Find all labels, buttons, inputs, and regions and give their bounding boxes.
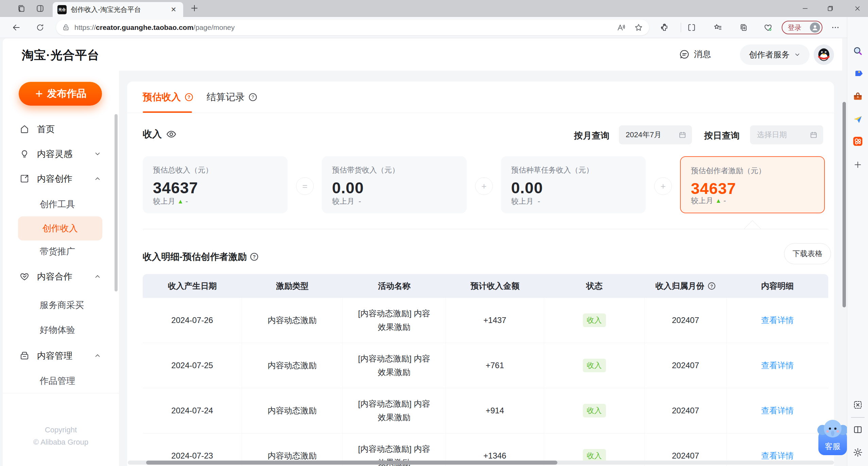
sidebar-divider (3, 393, 119, 393)
refresh-icon[interactable] (33, 21, 47, 34)
help-icon[interactable]: ? (707, 282, 716, 290)
sidebar-item-content-management[interactable]: 内容管理 (3, 346, 119, 365)
tab-settlement-records[interactable]: 结算记录 ? (207, 82, 258, 113)
day-filter-input[interactable]: 选择日期 (750, 125, 823, 144)
login-label: 登录 (788, 23, 801, 32)
sidebar-tools-icon[interactable] (851, 90, 865, 104)
tab-estimated-income[interactable]: 预估收入 ? (143, 82, 194, 113)
status-badge: 收入 (583, 313, 606, 327)
browser-titlebar: 光合 创作收入-淘宝光合平台 ✕ (0, 0, 868, 17)
tab-close-icon[interactable]: ✕ (169, 5, 178, 14)
sidebar-item-promotion[interactable]: 带货推广 (40, 242, 75, 261)
chevron-down-icon (794, 51, 801, 58)
calendar-icon (810, 131, 818, 139)
calendar-icon (678, 131, 687, 139)
sidebar-screenshot-icon[interactable] (851, 398, 865, 412)
favorite-star-icon[interactable] (634, 23, 643, 32)
customer-service-float[interactable]: 客服 (816, 417, 849, 456)
sidebar-item-cooperation[interactable]: 内容合作 (3, 267, 119, 286)
card-creator-incentive[interactable]: 预估创作者激励（元） 34637 较上月▲- (680, 156, 825, 213)
income-tabs: 预估收入 ? 结算记录 ? (127, 82, 834, 113)
sidebar-item-goods-experience[interactable]: 好物体验 (40, 320, 75, 339)
sidebar-item-service-purchase[interactable]: 服务商采买 (40, 295, 84, 315)
browser-tab[interactable]: 光合 创作收入-淘宝光合平台 ✕ (53, 2, 183, 17)
new-tab-button[interactable] (190, 3, 199, 13)
card-seeding-task-income[interactable]: 预估种草任务收入（元） 0.00 较上月- (501, 156, 646, 213)
cell-status: 收入 (544, 343, 645, 388)
sidebar-item-home[interactable]: 首页 (3, 120, 119, 139)
sidebar-layout-icon[interactable] (851, 423, 865, 436)
view-details-link[interactable]: 查看详情 (761, 450, 794, 461)
sidebar-send-icon[interactable] (851, 113, 865, 126)
help-icon: ? (248, 92, 258, 102)
sidebar-item-creation-tools[interactable]: 创作工具 (40, 195, 75, 214)
split-screen-icon[interactable] (685, 21, 698, 34)
download-table-button[interactable]: 下载表格 (784, 243, 831, 264)
window-restore-button[interactable] (825, 4, 835, 13)
back-icon[interactable] (10, 21, 23, 34)
edge-sidebar-divider (851, 417, 865, 418)
cell-date: 2024-07-26 (143, 298, 242, 343)
view-details-link[interactable]: 查看详情 (761, 360, 794, 371)
sidebar-settings-icon[interactable] (851, 446, 865, 459)
sidebar-item-creation-income[interactable]: 创作收入 (18, 216, 102, 240)
sidebar-search-icon[interactable] (851, 44, 865, 58)
sidebar-scrollbar[interactable] (115, 114, 118, 291)
day-filter-label: 按日查询 (704, 130, 740, 142)
edit-note-icon (19, 174, 30, 184)
left-sidebar: 发布作品 首页 内容灵感 内容创作 创作工具 创作收入 带货推广 内容合作 服务… (3, 71, 119, 466)
browser-essentials-icon[interactable] (761, 21, 775, 34)
browser-login-button[interactable]: 登录 (782, 21, 822, 34)
creator-service-label: 创作者服务 (749, 49, 790, 60)
browser-window: 光合 创作收入-淘宝光合平台 ✕ https://creator.guanghe… (0, 0, 868, 466)
chevron-down-icon (94, 150, 101, 158)
message-icon (679, 49, 690, 60)
creator-service-dropdown[interactable]: 创作者服务 (740, 44, 810, 65)
site-logo[interactable]: 淘宝·光合平台 (22, 47, 100, 63)
sidebar-kuaishou-icon[interactable] (851, 135, 865, 148)
main-panel: 预估收入 ? 结算记录 ? 收入 按月查询 2024年7月 按日查询 选择日期 (127, 82, 834, 466)
user-avatar[interactable] (814, 44, 834, 65)
page-horizontal-scrollbar-track[interactable] (128, 461, 834, 465)
settings-more-icon[interactable] (829, 21, 842, 34)
favorites-bar-icon[interactable] (711, 21, 725, 34)
window-close-button[interactable] (852, 4, 863, 13)
messages-button[interactable]: 消息 (679, 49, 711, 60)
read-aloud-icon[interactable] (617, 23, 625, 32)
address-bar[interactable]: https://creator.guanghe.taobao.com/page/… (56, 20, 649, 35)
page-vertical-scrollbar[interactable] (843, 102, 846, 307)
elephant-mascot-icon (816, 417, 849, 439)
equals-operator: = (296, 177, 314, 195)
sidebar-add-icon[interactable] (851, 158, 865, 172)
view-details-link[interactable]: 查看详情 (761, 315, 794, 326)
collections-icon[interactable] (737, 21, 750, 34)
month-filter-input[interactable]: 2024年7月 (619, 125, 692, 144)
page-horizontal-scrollbar-thumb[interactable] (146, 461, 557, 465)
status-badge: 收入 (583, 404, 606, 417)
sidebar-item-inspiration[interactable]: 内容灵感 (3, 144, 119, 163)
extensions-icon[interactable] (658, 21, 671, 34)
col-date: 收入产生日期 (143, 274, 242, 298)
cell-activity: [内容动态激励] 内容效果激励 (343, 298, 446, 343)
sidebar-shopping-icon[interactable] (851, 67, 865, 80)
eye-icon[interactable] (166, 129, 177, 140)
tab-title: 创作收入-淘宝光合平台 (71, 5, 164, 14)
up-arrow: ▲ (715, 197, 722, 204)
sidebar-item-works-management[interactable]: 作品管理 (40, 371, 75, 390)
workspaces-icon[interactable] (17, 4, 26, 13)
cell-detail: 查看详情 (727, 298, 828, 343)
view-details-link[interactable]: 查看详情 (761, 405, 794, 416)
publish-work-button[interactable]: 发布作品 (19, 82, 102, 106)
cell-date: 2024-07-24 (143, 388, 242, 433)
cell-month: 202407 (645, 343, 727, 388)
messages-label: 消息 (694, 49, 711, 60)
card-sales-income[interactable]: 预估带货收入（元） 0.00 较上月- (322, 156, 467, 213)
income-table: 收入产生日期 激励类型 活动名称 预计收入金额 状态 收入归属月份 ? 内容明细… (143, 274, 828, 466)
cell-type: 内容动态激励 (242, 298, 343, 343)
window-minimize-button[interactable] (800, 4, 810, 13)
tab-actions-icon[interactable] (36, 4, 45, 13)
card-total-income[interactable]: 预估总收入（元） 34637 较上月▲- (143, 156, 288, 213)
sidebar-item-creation[interactable]: 内容创作 (3, 169, 119, 188)
archive-icon (19, 351, 30, 361)
help-icon[interactable]: ? (249, 252, 259, 262)
